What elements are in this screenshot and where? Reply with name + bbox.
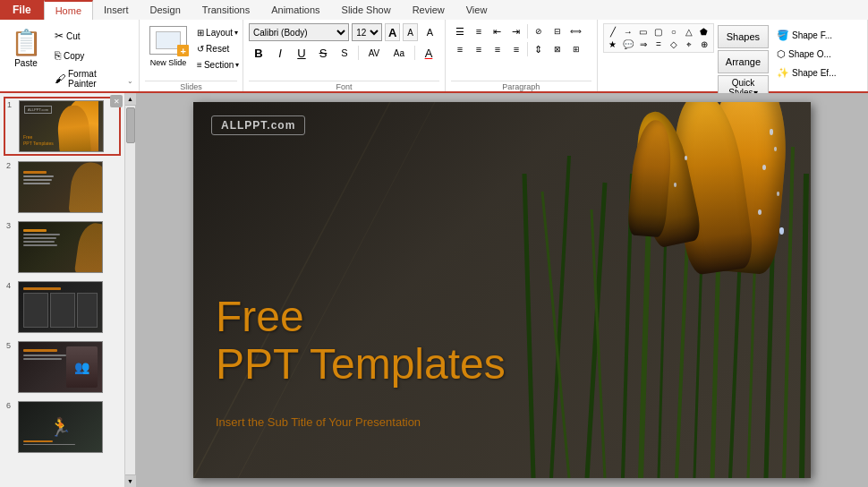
shape-triangle[interactable]: △ (682, 26, 696, 38)
align-center-button[interactable]: ≡ (470, 41, 488, 57)
shape-rect[interactable]: ▭ (636, 26, 651, 38)
slide-preview-5: 👥 (18, 341, 103, 393)
section-button[interactable]: ≡ Section▾ (193, 57, 243, 73)
bold-button[interactable]: B (249, 44, 268, 62)
panel-close-button[interactable]: ✕ (110, 95, 123, 107)
tab-animations[interactable]: Animations (260, 0, 330, 20)
slide-panel: ✕ 1 FreePPT Templates ALLPPT.com 2 (0, 93, 125, 487)
slide-thumb-2[interactable]: 2 (4, 158, 121, 216)
convert-column-button[interactable]: ⊞ (567, 41, 585, 57)
slide-number-2: 2 (6, 161, 15, 170)
convert-smartart-button[interactable]: ⊘ (530, 23, 548, 39)
underline-button[interactable]: U (292, 44, 311, 62)
justify-button[interactable]: ≡ (507, 41, 525, 57)
tab-slideshow[interactable]: Slide Show (331, 0, 402, 20)
text-shadow-button[interactable]: S (335, 44, 354, 62)
shape-callout[interactable]: 💬 (621, 38, 635, 50)
font-size-select[interactable]: 12 (352, 23, 382, 41)
increase-font-button[interactable]: A (385, 23, 400, 41)
shape-star[interactable]: ★ (606, 38, 620, 50)
arrange-button[interactable]: Arrange (718, 50, 769, 73)
align-text-button[interactable]: ⊠ (549, 41, 566, 57)
paragraph-group: ☰ ≡ ⇤ ⇥ ⊘ ⊟ ⟺ ≡ ≡ ≡ ≡ ⇕ ⊠ ⊞ Paragraph (446, 20, 598, 91)
slides-label: Slides (145, 81, 237, 91)
col-spacer[interactable]: ⊟ (549, 23, 566, 39)
tab-home[interactable]: Home (44, 0, 93, 20)
slide-thumb-1[interactable]: 1 FreePPT Templates ALLPPT.com (4, 97, 121, 156)
tab-transitions[interactable]: Transitions (191, 0, 260, 20)
copy-icon: ⎘ (55, 49, 61, 62)
shape-arrow[interactable]: → (621, 26, 635, 38)
slide-canvas[interactable]: ALLPPT.com Free PPT Templates Insert the… (193, 102, 811, 478)
clear-formatting-button[interactable]: A (421, 23, 439, 41)
shape-rounded-rect[interactable]: ▢ (651, 26, 666, 38)
slide-subtitle[interactable]: Insert the Sub Title of Your Presentatio… (216, 415, 421, 429)
clipboard-dialog-launcher[interactable]: ⌄ (125, 76, 135, 86)
slide-preview-1: FreePPT Templates ALLPPT.com (19, 100, 104, 152)
decrease-indent-button[interactable]: ⇤ (489, 23, 506, 39)
panel-scrollbar[interactable]: ▲ ▼ (125, 93, 136, 487)
align-left-button[interactable]: ≡ (451, 41, 469, 57)
reset-button[interactable]: ↺ Reset (193, 41, 243, 56)
shapes-palette: ╱ → ▭ ▢ ○ △ ⬟ ★ 💬 ⇒ = ◇ ⌖ ⊕ (603, 23, 714, 53)
slide-thumb-4[interactable]: 4 (4, 278, 121, 336)
change-case-button[interactable]: Aa (387, 44, 411, 62)
scroll-down-arrow[interactable]: ▼ (125, 474, 136, 487)
slide-number-4: 4 (6, 281, 15, 290)
shape-outline-button[interactable]: ⬡ Shape O... (772, 46, 862, 63)
tab-view[interactable]: View (455, 0, 498, 20)
shapes-button[interactable]: Shapes (718, 25, 769, 48)
paste-button[interactable]: 📋 Paste (4, 23, 48, 71)
font-color-button[interactable]: A (419, 44, 438, 62)
slide-title[interactable]: Free PPT Templates (216, 294, 506, 389)
decrease-font-button[interactable]: A (403, 23, 418, 41)
copy-button[interactable]: ⎘ Copy (50, 47, 123, 64)
shape-fill-button[interactable]: 🪣 Shape F... (772, 27, 862, 44)
align-right-button[interactable]: ≡ (489, 41, 506, 57)
shape-effects-button[interactable]: ✨ Shape Ef... (772, 64, 862, 81)
bullet-list-button[interactable]: ☰ (451, 23, 469, 39)
ribbon: 📋 Paste ✂ Cut ⎘ Copy 🖌 Format Painter ⌄ … (0, 20, 868, 93)
reset-icon: ↺ (197, 44, 204, 54)
slides-group: + New Slide ⊞ Layout▾ ↺ Reset ≡ Section▾ (140, 20, 243, 91)
cut-button[interactable]: ✂ Cut (50, 27, 123, 45)
shape-outline-icon: ⬡ (777, 48, 786, 60)
shape-block-arrow[interactable]: ⇒ (636, 38, 651, 50)
line-spacing-button[interactable]: ⇕ (530, 41, 548, 57)
shape-line[interactable]: ╱ (606, 26, 620, 38)
scroll-up-arrow[interactable]: ▲ (125, 93, 136, 106)
shape-ribbon[interactable]: ⌖ (682, 38, 696, 50)
slide-thumb-6[interactable]: 6 🏃 (4, 398, 121, 456)
format-painter-button[interactable]: 🖌 Format Painter (50, 66, 123, 91)
text-direction-button[interactable]: ⟺ (567, 23, 585, 39)
new-slide-button[interactable]: + New Slide (145, 23, 191, 70)
scroll-thumb[interactable] (126, 107, 135, 143)
slide-thumb-3[interactable]: 3 (4, 218, 121, 276)
font-name-select[interactable]: Calibri (Body) (249, 23, 349, 41)
increase-indent-button[interactable]: ⇥ (507, 23, 525, 39)
new-slide-icon: + (149, 26, 187, 55)
layout-button[interactable]: ⊞ Layout▾ (193, 25, 243, 40)
slide-number-5: 5 (6, 341, 15, 350)
shape-more[interactable]: ⊕ (697, 38, 711, 50)
slide-preview-3 (18, 221, 103, 273)
numbered-list-button[interactable]: ≡ (470, 23, 488, 39)
shape-chevron[interactable]: ⬟ (697, 26, 711, 38)
tab-review[interactable]: Review (402, 0, 455, 20)
shape-flowchart[interactable]: ◇ (667, 38, 681, 50)
tab-design[interactable]: Design (140, 0, 191, 20)
tab-insert[interactable]: Insert (93, 0, 140, 20)
shape-equation[interactable]: = (651, 38, 666, 50)
cut-icon: ✂ (55, 30, 64, 42)
italic-button[interactable]: I (270, 44, 290, 62)
canvas-area: ALLPPT.com Free PPT Templates Insert the… (136, 93, 868, 487)
strikethrough-button[interactable]: S (313, 44, 333, 62)
char-spacing-button[interactable]: AV (362, 44, 386, 62)
file-tab[interactable]: File (0, 0, 44, 20)
slide-thumb-5[interactable]: 5 👥 (4, 338, 121, 396)
shape-oval[interactable]: ○ (667, 26, 681, 38)
section-icon: ≡ (197, 60, 202, 70)
slide-number-6: 6 (6, 401, 15, 410)
quick-styles-button[interactable]: Quick Styles▾ (718, 75, 769, 95)
flower-bud-small (632, 111, 694, 254)
